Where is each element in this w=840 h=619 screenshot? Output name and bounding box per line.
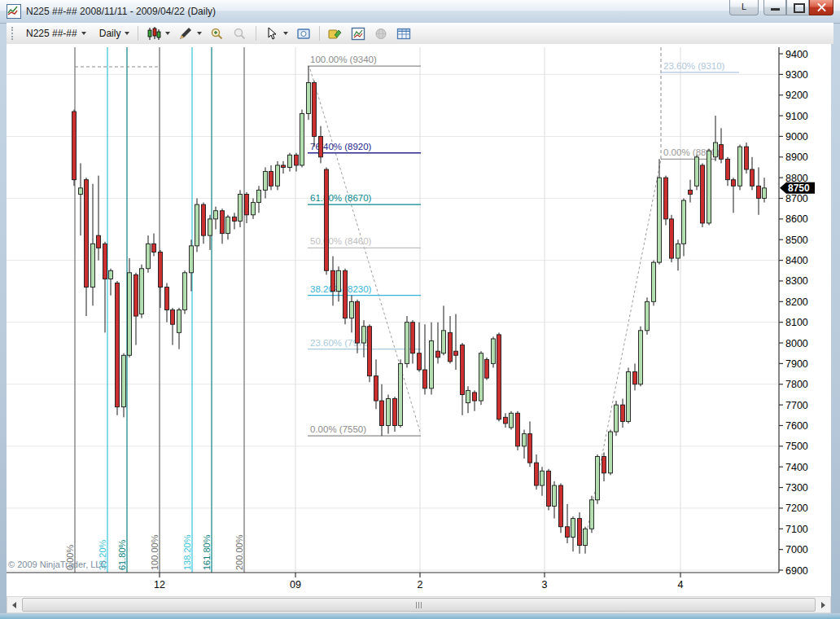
zoom-out-button[interactable]	[229, 25, 252, 42]
chevron-down-icon	[165, 32, 170, 35]
arrow-right-icon	[821, 602, 825, 608]
zoom-in-button[interactable]	[206, 25, 229, 42]
chevron-down-icon	[197, 32, 202, 35]
chevron-down-icon	[81, 32, 86, 35]
maximize-icon	[794, 3, 805, 13]
chart-trader-button[interactable]	[324, 25, 347, 42]
chart-area[interactable]	[7, 44, 831, 596]
new-chart-button[interactable]	[347, 25, 370, 42]
toolbar: N225 ##-## Daily	[7, 23, 833, 45]
chart-style-button[interactable]	[142, 25, 174, 42]
cursor-arrow-icon	[265, 27, 279, 41]
data-grid-button[interactable]	[392, 25, 415, 42]
scroll-left-button[interactable]	[7, 597, 21, 612]
link-button[interactable]: L	[729, 0, 759, 15]
minimize-icon	[771, 8, 780, 11]
minimize-button[interactable]	[763, 0, 786, 15]
app-chart-icon	[7, 4, 21, 19]
chart-trader-icon	[328, 27, 343, 41]
instrument-selector[interactable]: N225 ##-##	[22, 26, 90, 41]
scrollbar-thumb[interactable]	[22, 598, 816, 612]
close-button[interactable]	[809, 0, 833, 15]
window-bottom-frame	[0, 613, 840, 619]
drawing-tools-button[interactable]	[174, 25, 206, 42]
scrollbar-grip-icon	[416, 602, 417, 608]
snapshot-icon	[296, 27, 311, 41]
data-grid-icon	[396, 27, 411, 41]
maximize-button[interactable]	[786, 0, 809, 15]
interval-label: Daily	[99, 28, 121, 39]
window-title: N225 ##-## 2008/11/11 - 2009/04/22 (Dail…	[26, 6, 216, 17]
zoom-out-icon	[233, 27, 247, 41]
instrument-label: N225 ##-##	[26, 28, 77, 39]
zoom-in-icon	[210, 27, 225, 41]
toolbar-separator	[319, 26, 320, 41]
new-chart-icon	[351, 27, 365, 41]
cursor-tool-button[interactable]	[260, 25, 292, 42]
arrow-left-icon	[12, 602, 16, 608]
chevron-down-icon	[283, 32, 288, 35]
snapshot-button[interactable]	[292, 25, 315, 42]
scroll-right-button[interactable]	[816, 597, 830, 612]
interval-selector[interactable]: Daily	[95, 26, 134, 41]
toolbar-separator	[256, 26, 256, 41]
title-bar[interactable]: N225 ##-## 2008/11/11 - 2009/04/22 (Dail…	[0, 0, 840, 24]
chevron-down-icon	[125, 32, 129, 35]
horizontal-scrollbar[interactable]	[7, 596, 831, 613]
global-link-button[interactable]	[370, 25, 392, 42]
toolbar-separator	[138, 26, 138, 41]
toolbar-grip[interactable]	[11, 27, 15, 40]
pencil-icon	[178, 27, 193, 41]
candlestick-style-icon	[147, 27, 161, 41]
global-link-icon	[374, 27, 388, 41]
